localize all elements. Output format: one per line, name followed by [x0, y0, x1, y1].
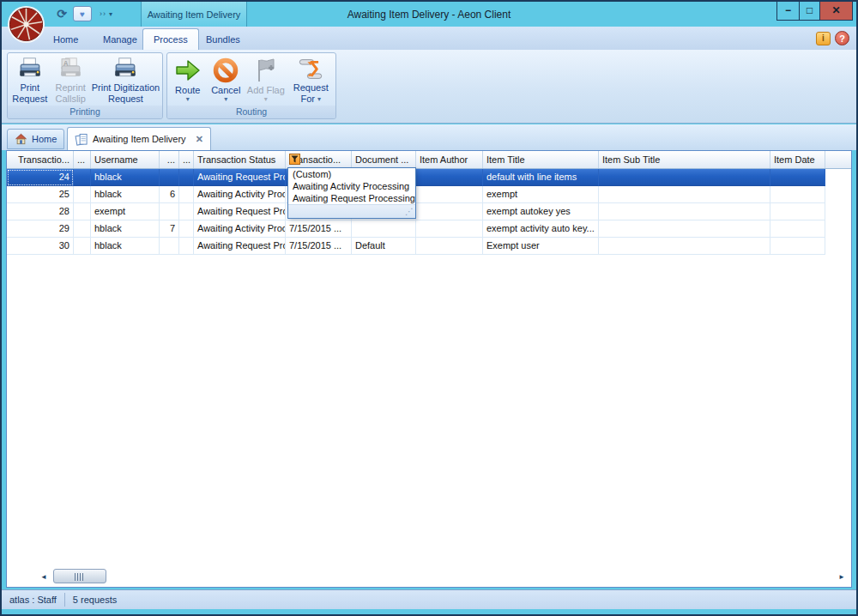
cell-transaction-date[interactable]: 7/15/2015 ...	[286, 238, 352, 255]
cell-transaction-number[interactable]: 28	[7, 203, 74, 220]
refresh-icon[interactable]: ⟳	[53, 6, 70, 21]
ribbon-tab-process[interactable]: Process	[142, 28, 199, 50]
column-header-transaction-status[interactable]: Transaction Status	[194, 151, 286, 168]
column-header-item-sub-title[interactable]: Item Sub Title	[599, 151, 770, 168]
ribbon-tab-manage[interactable]: Manage	[93, 28, 148, 50]
cell-item-date[interactable]	[770, 169, 825, 186]
cell[interactable]	[74, 169, 91, 186]
cell-transaction-number[interactable]: 25	[7, 186, 74, 203]
column-header-username[interactable]: Username	[91, 151, 160, 168]
maximize-button[interactable]: □	[799, 1, 820, 21]
cell-item-sub-title[interactable]	[599, 220, 770, 238]
ribbon-tab-home[interactable]: Home	[43, 28, 88, 50]
table-row[interactable]: 29 hblack 7 Awaiting Activity Proce... 7…	[7, 220, 825, 238]
cell-item-date[interactable]	[770, 220, 825, 238]
cell-item-sub-title[interactable]	[599, 169, 770, 186]
cell-transaction-status[interactable]: Awaiting Request Proc...	[194, 238, 286, 255]
column-header-3[interactable]: ...	[160, 151, 179, 168]
doc-tab-home[interactable]: Home	[7, 129, 64, 149]
cell-item-title[interactable]: exempt activity auto key...	[483, 220, 599, 238]
cell[interactable]: 7	[160, 220, 179, 238]
cell-transaction-date[interactable]: 7/15/2015 ...	[286, 220, 352, 238]
aeon-logo-icon[interactable]	[7, 5, 45, 44]
cell-transaction-number[interactable]: 29	[7, 220, 74, 238]
info-icon[interactable]: i	[816, 32, 831, 45]
cell-item-date[interactable]	[770, 186, 825, 203]
print-request-button[interactable]: Print Request	[9, 54, 51, 105]
cell-transaction-number[interactable]: 24	[7, 169, 74, 186]
doc-tab-awaiting-item-delivery[interactable]: Awaiting Item Delivery ✕	[67, 127, 211, 150]
scrollbar-thumb[interactable]	[53, 569, 106, 583]
cell-username[interactable]: exempt	[91, 203, 160, 220]
help-icon[interactable]: ?	[835, 31, 849, 45]
cell-item-author[interactable]	[416, 220, 483, 238]
print-digitization-request-button[interactable]: Print Digitization Request	[90, 54, 161, 105]
cell[interactable]	[179, 169, 194, 186]
column-header-1[interactable]: ...	[74, 151, 91, 168]
cell-transaction-status[interactable]: Awaiting Request Proc...	[194, 169, 286, 186]
add-flag-button[interactable]: Add Flag ▾	[245, 54, 287, 105]
cell-document[interactable]	[352, 220, 416, 238]
column-header-item-date[interactable]: Item Date	[770, 151, 825, 168]
cell-item-author[interactable]	[416, 186, 483, 203]
cell-item-title[interactable]: exempt	[483, 186, 599, 203]
cell-item-date[interactable]	[770, 203, 825, 220]
cell-item-sub-title[interactable]	[599, 186, 770, 203]
cell[interactable]	[74, 186, 91, 203]
filter-option-custom[interactable]: (Custom)	[288, 168, 415, 180]
cell[interactable]	[160, 203, 179, 220]
cell-item-author[interactable]	[416, 203, 483, 220]
cell-item-sub-title[interactable]	[599, 203, 770, 220]
horizontal-scrollbar[interactable]: ◄ ►	[38, 569, 848, 584]
cell-username[interactable]: hblack	[91, 238, 160, 255]
cell-item-title[interactable]: default with line items	[483, 169, 599, 186]
table-row[interactable]: 25 hblack 6 Awaiting Activity Proce... e…	[7, 186, 825, 203]
tab-close-icon[interactable]: ✕	[196, 134, 203, 145]
table-row[interactable]: 30 hblack Awaiting Request Proc... 7/15/…	[7, 238, 825, 255]
cancel-button[interactable]: Cancel ▾	[208, 54, 245, 105]
cell[interactable]	[160, 169, 179, 186]
reprint-callslip-button[interactable]: A Reprint Callslip	[51, 54, 89, 105]
request-for-button[interactable]: Request For ▾	[287, 54, 335, 105]
qat-overflow-icon[interactable]: ››	[100, 9, 106, 18]
cell-username[interactable]: hblack	[91, 186, 160, 203]
minimize-button[interactable]: −	[776, 1, 800, 21]
cell[interactable]	[74, 238, 91, 255]
cell[interactable]	[179, 186, 194, 203]
scroll-right-icon[interactable]: ►	[836, 571, 848, 583]
filter-option-awaiting-request-processing[interactable]: Awaiting Request Processing	[288, 192, 415, 204]
cell[interactable]	[179, 220, 194, 238]
column-header-item-author[interactable]: Item Author	[416, 151, 483, 168]
favorites-icon[interactable]: ♥	[73, 6, 92, 21]
cell[interactable]	[74, 220, 91, 238]
cell-item-author[interactable]	[416, 238, 483, 255]
qat-customize-arrow-icon[interactable]: ▾	[109, 10, 112, 18]
route-button[interactable]: Route ▾	[168, 54, 208, 105]
table-row[interactable]: 28 exempt Awaiting Request Proc... exemp…	[7, 203, 825, 220]
cell-item-title[interactable]: Exempt user	[483, 238, 599, 255]
column-header-transaction-number[interactable]: Transactio...	[7, 151, 74, 168]
filter-option-awaiting-activity-processing[interactable]: Awaiting Activity Processing	[288, 180, 415, 192]
cell-document[interactable]: Default	[352, 238, 416, 255]
cell-item-author[interactable]	[416, 169, 483, 186]
cell[interactable]: 6	[160, 186, 179, 203]
cell[interactable]	[179, 238, 194, 255]
cell[interactable]	[74, 203, 91, 220]
resize-grip-icon[interactable]: ⋰	[405, 206, 414, 218]
column-filter-icon[interactable]	[289, 154, 300, 165]
cell-item-date[interactable]	[770, 238, 825, 255]
column-header-item-title[interactable]: Item Title	[483, 151, 599, 168]
cell-username[interactable]: hblack	[91, 220, 160, 238]
cell-item-sub-title[interactable]	[599, 238, 770, 255]
cell-transaction-status[interactable]: Awaiting Request Proc...	[194, 203, 286, 220]
column-header-4[interactable]: ...	[179, 151, 194, 168]
column-header-document[interactable]: Document ...	[352, 151, 416, 168]
cell-username[interactable]: hblack	[91, 169, 160, 186]
cell-transaction-status[interactable]: Awaiting Activity Proce...	[194, 220, 286, 238]
ribbon-tab-bundles[interactable]: Bundles	[196, 28, 251, 50]
table-row[interactable]: 24 hblack Awaiting Request Proc... defau…	[7, 169, 825, 186]
cell[interactable]	[160, 238, 179, 255]
cell-item-title[interactable]: exempt autokey yes	[483, 203, 599, 220]
cell-transaction-status[interactable]: Awaiting Activity Proce...	[194, 186, 286, 203]
close-button[interactable]: ✕	[819, 1, 853, 21]
